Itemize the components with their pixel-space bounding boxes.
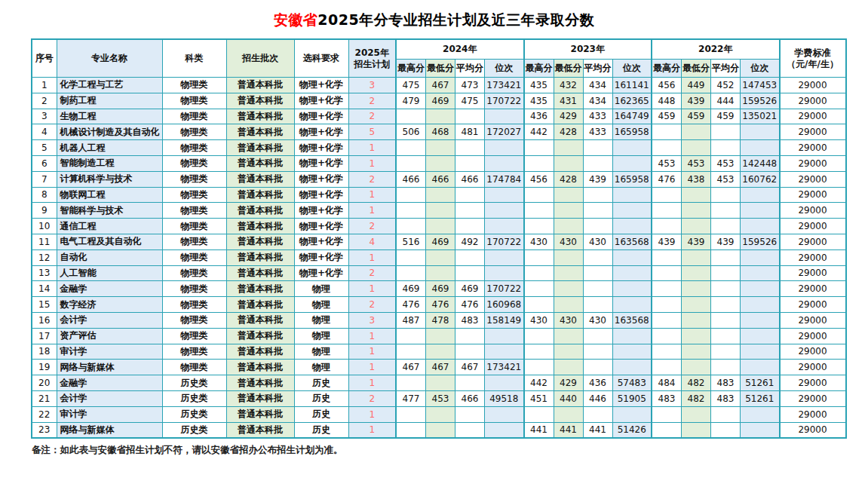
- cell-serial: 10: [32, 219, 57, 234]
- cell-category: 物理类: [162, 155, 226, 171]
- cell-y2022-avg: 459: [711, 109, 741, 124]
- cell-major-name: 智能科学与技术: [57, 203, 162, 219]
- cell-y2023-rank: [612, 344, 652, 360]
- table-row: 7计算机科学与技术物理类普通本科批物理+化学246646646617478445…: [32, 171, 846, 187]
- cell-y2023-max: [524, 297, 554, 313]
- cell-y2024-max: [396, 187, 426, 203]
- cell-fee: 29000: [780, 328, 846, 344]
- cell-y2024-max: 477: [396, 390, 426, 406]
- cell-fee: 29000: [780, 312, 846, 328]
- cell-y2022-max: 483: [652, 390, 682, 406]
- header-serial: 序号: [32, 39, 57, 78]
- cell-y2022-avg: [711, 406, 741, 422]
- cell-subject-req: 物理+化学: [294, 140, 348, 156]
- cell-y2024-min: [426, 328, 455, 344]
- cell-major-name: 金融学: [57, 375, 162, 391]
- cell-serial: 15: [32, 297, 57, 313]
- cell-y2023-max: [524, 406, 554, 422]
- cell-batch: 普通本科批: [226, 312, 294, 328]
- cell-batch: 普通本科批: [226, 375, 294, 391]
- cell-y2023-min: [554, 360, 583, 375]
- cell-y2024-rank: [485, 109, 524, 124]
- header-fee: 学费标准 （元/年/生）: [780, 39, 846, 78]
- table-row: 16会计学物理类普通本科批物理3487478483158149430430430…: [32, 312, 846, 328]
- cell-y2023-avg: 446: [583, 390, 612, 406]
- header-2024-avg: 平均分: [455, 60, 485, 78]
- cell-y2023-avg: [583, 249, 612, 265]
- cell-y2022-min: 449: [682, 78, 711, 93]
- cell-y2023-avg: [583, 297, 612, 313]
- cell-category: 物理类: [162, 328, 226, 344]
- table-row: 10通信工程物理类普通本科批物理+化学229000: [32, 219, 846, 234]
- cell-y2023-rank: [612, 155, 652, 171]
- cell-y2022-min: [682, 406, 711, 422]
- cell-y2022-rank: [741, 265, 780, 281]
- cell-y2022-max: 476: [652, 171, 682, 187]
- cell-category: 物理类: [162, 219, 226, 234]
- cell-batch: 普通本科批: [226, 93, 294, 109]
- cell-y2022-min: 439: [682, 234, 711, 249]
- cell-plan-2025: 5: [348, 124, 396, 140]
- cell-y2023-avg: 441: [583, 422, 612, 438]
- cell-y2022-max: 459: [652, 109, 682, 124]
- cell-major-name: 金融学: [57, 281, 162, 297]
- cell-y2023-rank: 161141: [612, 78, 652, 93]
- cell-y2023-max: 456: [524, 171, 554, 187]
- cell-y2024-max: 506: [396, 124, 426, 140]
- cell-fee: 29000: [780, 140, 846, 156]
- cell-y2023-max: 435: [524, 78, 554, 93]
- cell-category: 物理类: [162, 312, 226, 328]
- cell-y2024-avg: [455, 187, 485, 203]
- cell-y2022-min: 482: [682, 375, 711, 391]
- cell-subject-req: 物理+化学: [294, 203, 348, 219]
- cell-y2023-min: 430: [554, 312, 583, 328]
- cell-y2023-min: 429: [554, 109, 583, 124]
- cell-y2023-avg: 430: [583, 312, 612, 328]
- cell-y2023-max: 430: [524, 312, 554, 328]
- cell-batch: 普通本科批: [226, 155, 294, 171]
- cell-y2024-min: 478: [426, 312, 455, 328]
- table-row: 22审计学历史类普通本科批历史129000: [32, 406, 846, 422]
- cell-category: 物理类: [162, 203, 226, 219]
- cell-y2022-avg: 483: [711, 375, 741, 391]
- cell-y2024-max: [396, 249, 426, 265]
- cell-y2022-max: [652, 281, 682, 297]
- cell-y2023-max: 436: [524, 109, 554, 124]
- table-row: 6智能制造工程物理类普通本科批物理+化学14534534531424482900…: [32, 155, 846, 171]
- cell-y2024-rank: 170722: [485, 234, 524, 249]
- cell-category: 物理类: [162, 124, 226, 140]
- cell-y2023-min: [554, 406, 583, 422]
- cell-y2023-max: [524, 360, 554, 375]
- cell-y2023-rank: 163568: [612, 312, 652, 328]
- cell-y2023-avg: [583, 360, 612, 375]
- cell-serial: 14: [32, 281, 57, 297]
- cell-y2022-rank: 159526: [741, 234, 780, 249]
- cell-plan-2025: 2: [348, 390, 396, 406]
- cell-major-name: 会计学: [57, 390, 162, 406]
- cell-y2022-max: [652, 312, 682, 328]
- cell-category: 物理类: [162, 281, 226, 297]
- cell-y2023-min: 431: [554, 93, 583, 109]
- cell-y2024-rank: 158149: [485, 312, 524, 328]
- cell-y2022-min: [682, 203, 711, 219]
- cell-y2024-min: [426, 406, 455, 422]
- cell-y2023-rank: [612, 265, 652, 281]
- cell-batch: 普通本科批: [226, 187, 294, 203]
- cell-y2024-min: [426, 249, 455, 265]
- header-fee-line2: （元/年/生）: [781, 59, 845, 69]
- cell-y2024-avg: 466: [455, 171, 485, 187]
- cell-y2022-rank: 160762: [741, 171, 780, 187]
- cell-fee: 29000: [780, 219, 846, 234]
- cell-y2024-rank: [485, 219, 524, 234]
- cell-plan-2025: 2: [348, 297, 396, 313]
- cell-y2022-avg: [711, 328, 741, 344]
- cell-serial: 22: [32, 406, 57, 422]
- header-2023-max: 最高分: [524, 60, 554, 78]
- table-row: 13人工智能物理类普通本科批物理+化学229000: [32, 265, 846, 281]
- cell-y2023-rank: 165958: [612, 171, 652, 187]
- cell-plan-2025: 1: [348, 422, 396, 438]
- cell-subject-req: 历史: [294, 390, 348, 406]
- cell-y2022-min: [682, 249, 711, 265]
- cell-y2023-rank: [612, 140, 652, 156]
- cell-batch: 普通本科批: [226, 249, 294, 265]
